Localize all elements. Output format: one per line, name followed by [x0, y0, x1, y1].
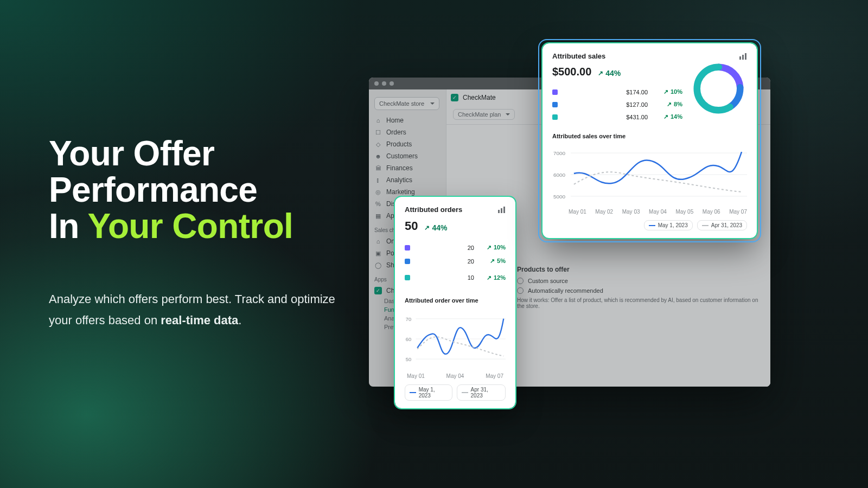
sales-total: $500.00 [552, 66, 591, 78]
svg-rect-0 [498, 210, 500, 213]
radio-icon [517, 278, 524, 284]
swatch-volume [552, 114, 558, 120]
radio-option-auto[interactable]: Automatically recommended [517, 287, 763, 294]
store-icon: ⌂ [374, 237, 382, 245]
sales-delta: ↗44% [598, 69, 621, 78]
svg-rect-1 [501, 208, 502, 213]
chevron-down-icon [430, 102, 435, 105]
svg-rect-9 [739, 56, 741, 60]
shop-icon: ◯ [374, 261, 382, 269]
sales-donut-chart [690, 60, 747, 117]
sidebar-item-analytics[interactable]: ⫿Analytics [369, 174, 446, 186]
hero-heading: Your Offer Performance In Your Control [49, 136, 353, 245]
orders-total: 50 [405, 219, 418, 233]
attributed-orders-card: Attributed orders 50 ↗44% Offers 20 ↗10%… [395, 197, 515, 408]
orders-legend: May 1, 2023 Apr 31, 2023 [405, 384, 506, 401]
hero: Your Offer Performance In Your Control A… [49, 136, 353, 331]
card-title: Attributed sales [552, 52, 605, 60]
card-title: Attributed orders [405, 206, 462, 214]
option-description: How it works: Offer a list of product, w… [517, 297, 763, 309]
svg-text:70: 70 [406, 317, 411, 322]
apps-icon: ▦ [374, 212, 382, 220]
app-name: CheckMate [463, 94, 496, 101]
svg-rect-10 [742, 55, 744, 60]
arrow-up-icon: ↗ [663, 88, 668, 95]
radio-icon [517, 287, 524, 294]
arrow-up-icon: ↗ [487, 274, 492, 281]
swatch-offers [552, 89, 558, 95]
svg-text:50: 50 [406, 357, 411, 362]
store-selector[interactable]: CheckMate store [374, 97, 439, 110]
plan-dropdown[interactable]: CheckMate plan [453, 109, 515, 120]
arrow-up-icon: ↗ [487, 244, 492, 251]
customers-icon: ☻ [374, 152, 382, 160]
orders-icon: ☐ [374, 129, 382, 136]
products-icon: ◇ [374, 140, 382, 148]
sidebar-item-products[interactable]: ◇Products [369, 138, 446, 150]
traffic-light-close[interactable] [374, 81, 379, 86]
bar-chart-icon[interactable] [498, 207, 506, 213]
hero-line1: Your Offer [49, 134, 214, 173]
radio-option-source[interactable]: Custom source [517, 278, 763, 284]
svg-text:6000: 6000 [553, 172, 566, 178]
breakdown-row-cross: Cross-sells $127.00 ↗8% [552, 98, 682, 111]
svg-text:7000: 7000 [553, 150, 566, 156]
arrow-up-icon: ↗ [490, 258, 495, 265]
sales-x-axis: May 01 May 02 May 03 May 04 May 05 May 0… [552, 209, 747, 215]
section-heading: Products to offer [517, 266, 763, 273]
legend-current[interactable]: May 1, 2023 [405, 384, 452, 401]
legend-prev[interactable]: Apr 31, 2023 [457, 384, 506, 401]
svg-text:60: 60 [406, 337, 411, 342]
breakdown-row-volume: Volume-upsells $431.00 ↗14% [552, 111, 682, 123]
legend-current[interactable]: May 1, 2023 [644, 220, 693, 230]
swatch-volume [405, 275, 410, 280]
breakdown-row-offers: Offers 20 ↗10% [405, 241, 506, 254]
svg-rect-11 [745, 53, 746, 60]
orders-x-axis: May 01 May 04 May 07 [405, 373, 506, 379]
hero-line2: Performance [49, 170, 257, 209]
breakdown-row-volume: Volume-upsells 10 ↗12% [405, 268, 506, 287]
orders-line-chart: 70 60 50 [405, 309, 506, 369]
orders-delta: ↗44% [424, 223, 447, 232]
swatch-cross [405, 259, 410, 264]
attributed-sales-card: Attributed sales $500.00 ↗44% Offers $17… [542, 43, 757, 238]
marketing-icon: ◎ [374, 188, 382, 196]
pos-icon: ▣ [374, 249, 382, 257]
sidebar-item-home[interactable]: ⌂Home [369, 114, 446, 126]
traffic-light-min[interactable] [382, 81, 386, 86]
hero-accent: Your Control [88, 207, 293, 246]
app-badge-icon: ✓ [451, 94, 458, 101]
chevron-down-icon [506, 113, 510, 115]
sidebar-item-customers[interactable]: ☻Customers [369, 150, 446, 162]
sidebar-item-orders[interactable]: ☐Orders [369, 126, 446, 138]
sidebar-item-finances[interactable]: 🏛Finances [369, 162, 446, 174]
orders-subtitle: Attributed order over time [405, 297, 506, 304]
arrow-up-icon: ↗ [667, 101, 672, 108]
home-icon: ⌂ [374, 117, 382, 124]
sidebar-item-marketing[interactable]: ◎Marketing [369, 186, 446, 198]
swatch-cross [552, 102, 558, 107]
arrow-up-icon: ↗ [663, 113, 668, 120]
breakdown-row-cross: Cross-sells 20 ↗5% [405, 254, 506, 268]
app-badge-icon: ✓ [374, 287, 382, 294]
hero-line3: In Your Control [49, 207, 293, 246]
arrow-up-icon: ↗ [424, 224, 430, 232]
orders-breakdown: Offers 20 ↗10% Cross-sells 20 ↗5% Volume… [405, 241, 506, 287]
breakdown-row-offers: Offers $174.00 ↗10% [552, 86, 682, 98]
bar-chart-icon[interactable] [739, 53, 747, 60]
analytics-icon: ⫿ [374, 176, 382, 184]
legend-prev[interactable]: Apr 31, 2023 [697, 220, 747, 230]
sales-legend: May 1, 2023 Apr 31, 2023 [552, 220, 747, 230]
finances-icon: 🏛 [374, 164, 382, 172]
arrow-up-icon: ↗ [598, 69, 603, 77]
discounts-icon: % [374, 200, 382, 208]
svg-text:5000: 5000 [553, 194, 566, 200]
traffic-light-max[interactable] [390, 81, 394, 86]
swatch-offers [405, 245, 410, 251]
sales-line-chart: 7000 6000 5000 [552, 145, 747, 204]
sales-subtitle: Attributed sales over time [552, 133, 747, 139]
hero-subtext: Analyze which offers perform best. Track… [49, 288, 353, 331]
svg-rect-2 [503, 207, 505, 213]
